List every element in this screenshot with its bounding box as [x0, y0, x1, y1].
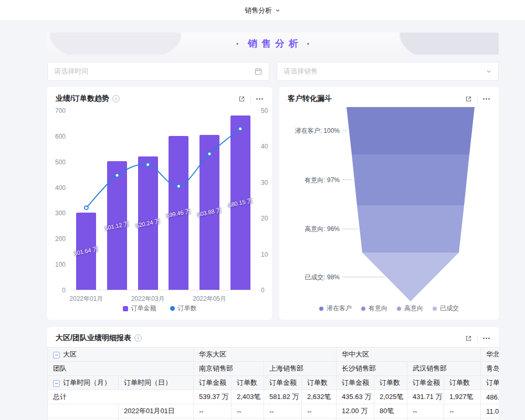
table-header-cell[interactable]: 订单数: [302, 376, 337, 390]
table-cell: 435.63 万: [337, 390, 374, 404]
funnel-stage[interactable]: [352, 154, 469, 205]
legend-item[interactable]: 潜在客户: [319, 304, 352, 313]
trend-chart-card: 业绩/订单数趋势 i 订单金额订单数 010020030040050060070…: [47, 87, 272, 320]
y-axis-tick-left: 100: [47, 261, 66, 268]
export-icon[interactable]: [238, 95, 246, 103]
table-header-cell[interactable]: 团队: [48, 362, 194, 376]
table-header-cell[interactable]: 南京销售部: [194, 362, 264, 376]
line-point[interactable]: [177, 184, 181, 188]
collapse-icon[interactable]: −: [53, 380, 60, 387]
table-header-cell[interactable]: 华中大区: [337, 348, 481, 362]
table-cell: --: [444, 418, 481, 420]
table-cell: 2022年01月02日: [119, 418, 194, 420]
pivot-table: −大区华东大区华中大区华北大区团队南京销售部上海销售部长沙销售部武汉销售部青岛销…: [47, 347, 499, 420]
y-axis-tick-right: 30: [261, 179, 268, 186]
dashboard-title: 销售分析: [245, 6, 272, 15]
table-cell: 23.05 万: [337, 418, 374, 420]
funnel-stage[interactable]: [346, 107, 475, 154]
table-header-cell[interactable]: 华东大区: [194, 348, 337, 362]
table-cell: 431.71 万: [407, 390, 444, 404]
table-header-cell[interactable]: 青岛销售部: [481, 362, 499, 376]
info-icon[interactable]: i: [134, 334, 142, 342]
table-header-cell[interactable]: 订单时间（日）: [119, 376, 194, 390]
table-header-cell[interactable]: −订单时间（月）: [48, 376, 119, 390]
table-cell: --: [407, 404, 444, 418]
chevron-down-icon: [275, 8, 280, 13]
x-axis-tick: 2022年05月: [186, 295, 233, 303]
line-point[interactable]: [208, 152, 212, 156]
table-header-cell[interactable]: −大区: [48, 348, 194, 362]
table-header-cell[interactable]: 订单数: [232, 376, 264, 390]
table-cell: 2022年01月01日: [119, 404, 194, 418]
funnel-stage-label: 有意向: 97%: [304, 176, 340, 184]
table-cell: --: [194, 418, 232, 420]
table-cell: --: [264, 418, 302, 420]
legend-item[interactable]: 订单数: [170, 304, 197, 313]
legend-item[interactable]: 高意向: [397, 304, 423, 313]
funnel-legend: 潜在客户有意向高意向已成交: [279, 304, 499, 313]
table-cell: --: [194, 404, 232, 418]
table-header-cell[interactable]: 订单金额: [194, 376, 232, 390]
table-header-row: −大区华东大区华中大区华北大区: [48, 348, 499, 362]
table-header-cell[interactable]: 订单金额: [264, 376, 302, 390]
legend-label: 有意向: [369, 304, 387, 313]
legend-label: 高意向: [404, 304, 423, 313]
funnel-chart-card: 客户转化漏斗 潜在客户: 100%有意向: 97%高意向: 96%已成交: 98…: [279, 87, 499, 320]
table-header-cell[interactable]: 订单数: [444, 376, 481, 390]
order-count-line: [71, 111, 256, 290]
y-axis-tick-left: 700: [47, 107, 66, 114]
table-cell: [48, 404, 119, 418]
legend-item[interactable]: 订单金额: [123, 304, 156, 313]
sales-filter[interactable]: 请选择销售: [277, 62, 499, 81]
export-icon[interactable]: [465, 334, 472, 342]
dashboard-switcher[interactable]: 销售分析: [245, 6, 280, 15]
more-icon[interactable]: [482, 334, 490, 342]
table-header-cell[interactable]: 订单金额: [407, 376, 444, 390]
line-point[interactable]: [238, 127, 242, 131]
table-cell: --: [444, 404, 481, 418]
table-row: 2022年01月02日--------23.05 万90笔----: [48, 418, 499, 420]
table-header-cell[interactable]: 订单金额: [481, 376, 499, 390]
funnel-card-title: 客户转化漏斗: [288, 94, 332, 103]
y-axis-tick-left: 0: [47, 287, 66, 294]
table-cell: 1,927笔: [444, 390, 481, 404]
legend-item[interactable]: 已成交: [433, 304, 459, 313]
table-header-cell[interactable]: 华北大区: [481, 348, 499, 362]
table-header-cell[interactable]: 武汉销售部: [407, 362, 481, 376]
time-filter[interactable]: 请选择时间: [47, 62, 269, 81]
table-header-cell[interactable]: 长沙销售部: [337, 362, 407, 376]
x-axis-tick: 2022年01月: [62, 295, 110, 303]
topbar: 销售分析: [0, 0, 525, 21]
table-cell: --: [302, 418, 337, 420]
line-point[interactable]: [85, 206, 88, 209]
y-axis-tick-right: 20: [261, 215, 268, 222]
funnel-stage[interactable]: [357, 205, 464, 253]
line-point[interactable]: [116, 174, 119, 177]
table-cell: 2,403笔: [232, 390, 264, 404]
table-header-cell[interactable]: 上海销售部: [264, 362, 337, 376]
collapse-icon[interactable]: −: [53, 352, 60, 359]
divider: [477, 96, 478, 102]
trend-card-header: 业绩/订单数趋势 i: [47, 87, 272, 103]
table-cell: 581.82 万: [264, 390, 302, 404]
info-icon[interactable]: i: [112, 95, 120, 102]
line-point[interactable]: [146, 163, 150, 166]
funnel-stage-label: 已成交: 98%: [304, 274, 340, 281]
legend-dot-marker: [397, 307, 401, 311]
table-scroll-area[interactable]: −大区华东大区华中大区华北大区团队南京销售部上海销售部长沙销售部武汉销售部青岛销…: [47, 347, 499, 420]
y-axis-tick-right: 40: [261, 143, 268, 150]
more-icon[interactable]: [482, 95, 490, 103]
divider: [477, 335, 478, 342]
legend-label: 订单金额: [131, 304, 156, 313]
more-icon[interactable]: [256, 95, 264, 103]
legend-item[interactable]: 有意向: [361, 304, 387, 313]
table-header-row: 团队南京销售部上海销售部长沙销售部武汉销售部青岛销售部: [48, 362, 499, 376]
export-icon[interactable]: [465, 95, 472, 103]
table-cell: [48, 418, 119, 420]
table-row: 2022年01月01日--------12.00 万80笔----11.07: [48, 404, 499, 418]
divider: [250, 96, 251, 102]
table-header-cell[interactable]: 订单金额: [337, 376, 374, 390]
y-axis-tick-left: 400: [47, 184, 66, 192]
table-header-cell[interactable]: 订单数: [374, 376, 407, 390]
table-cell: --: [407, 418, 444, 420]
